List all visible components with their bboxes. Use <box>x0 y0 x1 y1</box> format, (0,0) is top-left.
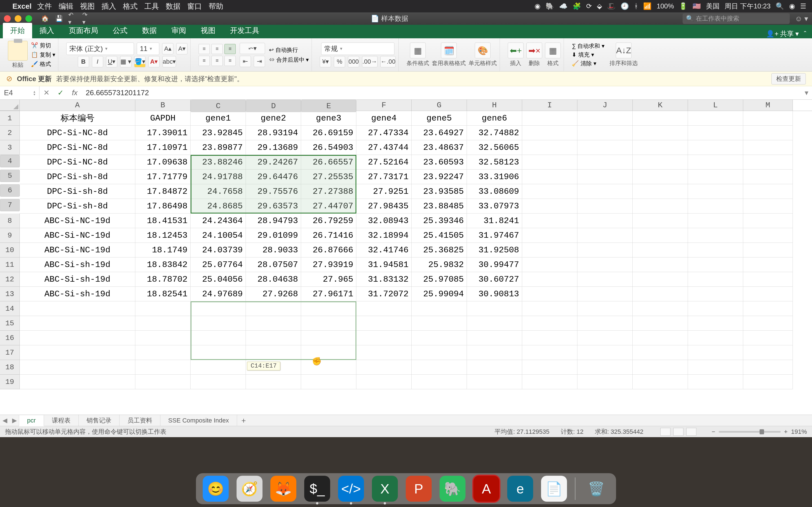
cell-F10[interactable]: 32.41746 <box>356 243 412 258</box>
alignment-grid[interactable]: ≡≡≡ ≡≡≡ <box>199 44 236 66</box>
cell-L2[interactable] <box>688 126 743 140</box>
cell-C5[interactable]: 24.91788 <box>191 170 246 184</box>
cell-E12[interactable]: 27.965 <box>301 272 356 287</box>
sync-tray-icon[interactable]: ⟳ <box>586 2 592 10</box>
increase-indent-button[interactable]: ⇥ <box>254 56 265 67</box>
sheet-nav-prev[interactable]: ◀ <box>0 417 10 424</box>
cell-I9[interactable] <box>522 228 577 243</box>
cell-L11[interactable] <box>688 258 743 272</box>
notification-center-icon[interactable]: ☰ <box>800 2 806 10</box>
cell-F3[interactable]: 27.43744 <box>356 140 412 155</box>
cell-D12[interactable]: 28.04638 <box>246 272 301 287</box>
cell-L7[interactable] <box>688 199 743 214</box>
cell-D17[interactable] <box>246 345 301 360</box>
column-header-K[interactable]: K <box>633 100 688 111</box>
cell-D4[interactable]: 29.24267 <box>246 155 301 170</box>
cell-L9[interactable] <box>688 228 743 243</box>
row-header-6[interactable]: 6 <box>0 184 20 196</box>
cell-M8[interactable] <box>743 214 793 228</box>
row-header-7[interactable]: 7 <box>0 199 20 211</box>
cell-F5[interactable]: 27.73171 <box>356 170 412 184</box>
cell-M4[interactable] <box>743 155 793 170</box>
cell-J6[interactable] <box>577 184 633 199</box>
timemachine-icon[interactable]: 🕘 <box>620 2 629 10</box>
cell-I17[interactable] <box>522 345 577 360</box>
fx-icon[interactable]: fx <box>68 89 82 97</box>
align-top-left[interactable]: ≡ <box>199 44 210 54</box>
column-header-M[interactable]: M <box>743 100 793 111</box>
cell-G11[interactable]: 25.9832 <box>412 258 467 272</box>
cell-L16[interactable] <box>688 331 743 345</box>
cell-C17[interactable] <box>191 345 246 360</box>
clear-button[interactable]: 🧹 清除 ▾ <box>572 60 604 67</box>
bluetooth-icon[interactable]: ᚼ <box>634 2 638 10</box>
cell-J9[interactable] <box>577 228 633 243</box>
cell-K17[interactable] <box>633 345 688 360</box>
cell-E2[interactable]: 26.69159 <box>301 126 356 140</box>
cell-F12[interactable]: 31.83132 <box>356 272 412 287</box>
cell-A3[interactable]: DPC-Si-NC-8d <box>20 140 135 155</box>
cell-K19[interactable] <box>633 375 688 389</box>
cell-F9[interactable]: 32.18994 <box>356 228 412 243</box>
dock-app-textedit[interactable]: 📄 <box>541 476 567 502</box>
ime-flag-icon[interactable]: 🇺🇸 <box>693 2 701 10</box>
cancel-formula-icon[interactable]: ✕ <box>40 89 54 97</box>
cell-L1[interactable] <box>688 111 743 126</box>
cell-F16[interactable] <box>356 331 412 345</box>
cell-E16[interactable] <box>301 331 356 345</box>
cell-H3[interactable]: 32.56065 <box>467 140 522 155</box>
tab-page-layout[interactable]: 页面布局 <box>61 23 105 38</box>
cell-K14[interactable] <box>633 301 688 316</box>
cell-B19[interactable] <box>135 375 191 389</box>
menu-window[interactable]: 窗口 <box>187 1 202 11</box>
cell-D8[interactable]: 28.94793 <box>246 214 301 228</box>
cell-A7[interactable]: DPC-Si-sh-8d <box>20 199 135 214</box>
cell-B17[interactable] <box>135 345 191 360</box>
siri-icon[interactable]: ◉ <box>789 2 795 10</box>
cell-M12[interactable] <box>743 272 793 287</box>
cell-A8[interactable]: ABC-Si-NC-19d <box>20 214 135 228</box>
cell-B14[interactable] <box>135 301 191 316</box>
border-button[interactable]: ▦ ▾ <box>120 56 132 67</box>
dock-app-safari[interactable]: 🧭 <box>237 476 262 502</box>
cell-B12[interactable]: 18.78702 <box>135 272 191 287</box>
row-header-1[interactable]: 1 <box>0 111 20 126</box>
dock-app-acrobat[interactable]: A <box>473 476 499 502</box>
cell-H13[interactable]: 30.90813 <box>467 287 522 301</box>
formula-input[interactable]: 26.6655731201172 <box>82 89 801 97</box>
cell-J19[interactable] <box>577 375 633 389</box>
cell-A11[interactable]: ABC-Si-sh-19d <box>20 258 135 272</box>
cell-A16[interactable] <box>20 331 135 345</box>
cell-B11[interactable]: 18.83842 <box>135 258 191 272</box>
cell-A4[interactable]: DPC-Si-NC-8d <box>20 155 135 170</box>
row-header-4[interactable]: 4 <box>0 155 20 167</box>
menu-help[interactable]: 帮助 <box>209 1 223 11</box>
tab-developer[interactable]: 开发工具 <box>223 23 267 38</box>
cell-D13[interactable]: 27.9268 <box>246 287 301 301</box>
cell-A18[interactable] <box>20 360 135 375</box>
cell-A12[interactable]: ABC-Si-sh-19d <box>20 272 135 287</box>
battery-icon[interactable]: 🔋 <box>679 2 688 10</box>
sheet-tab-4[interactable]: SSE Composite Index <box>160 415 237 426</box>
wechat-tray-icon[interactable]: 🧩 <box>573 2 581 10</box>
cell-K12[interactable] <box>633 272 688 287</box>
cell-K3[interactable] <box>633 140 688 155</box>
cell-J4[interactable] <box>577 155 633 170</box>
cell-F11[interactable]: 31.94581 <box>356 258 412 272</box>
format-painter-button[interactable]: 🖌️ 格式 <box>31 60 55 68</box>
column-header-L[interactable]: L <box>688 100 743 111</box>
name-box-dropdown-icon[interactable]: ▴▾ <box>34 90 35 96</box>
cell-G19[interactable] <box>412 375 467 389</box>
cell-A9[interactable]: ABC-Si-NC-19d <box>20 228 135 243</box>
zoom-out-button[interactable]: − <box>712 428 715 436</box>
menu-tools[interactable]: 工具 <box>144 1 159 11</box>
cell-F19[interactable] <box>356 375 412 389</box>
cell-J14[interactable] <box>577 301 633 316</box>
cell-I13[interactable] <box>522 287 577 301</box>
row-header-8[interactable]: 8 <box>0 214 20 228</box>
cell-B3[interactable]: 17.10971 <box>135 140 191 155</box>
phonetic-button[interactable]: abc▾ <box>162 56 176 67</box>
cell-D5[interactable]: 29.64476 <box>246 170 301 184</box>
row-header-13[interactable]: 13 <box>0 287 20 301</box>
column-header-C[interactable]: C <box>191 100 246 112</box>
